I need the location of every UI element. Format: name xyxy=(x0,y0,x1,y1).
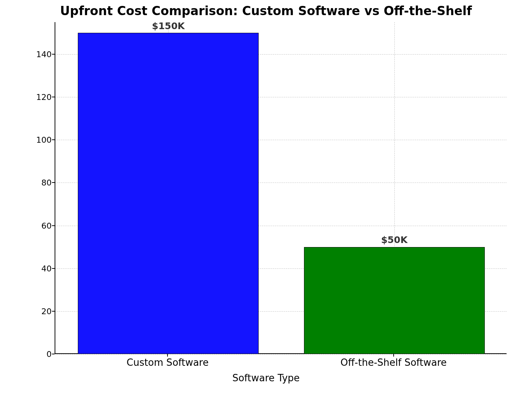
y-tick-label: 60 xyxy=(30,221,52,230)
y-tick-label: 100 xyxy=(30,135,52,145)
bar-label-ots: $50K xyxy=(381,235,408,245)
bar-custom-software xyxy=(78,33,259,354)
y-tick-label: 0 xyxy=(30,350,52,359)
tick-mark xyxy=(52,139,55,140)
tick-mark xyxy=(167,354,168,357)
tick-mark xyxy=(52,354,55,354)
grid-line xyxy=(55,354,507,354)
y-tick-label: 40 xyxy=(30,264,52,273)
bar-off-the-shelf-software xyxy=(304,247,485,354)
tick-mark xyxy=(52,97,55,97)
y-tick-label: 80 xyxy=(30,178,52,187)
chart-title: Upfront Cost Comparison: Custom Software… xyxy=(0,4,532,18)
bar-label-custom: $150K xyxy=(152,21,185,31)
y-tick-label: 120 xyxy=(30,93,52,102)
tick-mark xyxy=(52,311,55,312)
tick-mark xyxy=(393,354,394,357)
y-tick-label: 20 xyxy=(30,306,52,316)
chart-container: Upfront Cost Comparison: Custom Software… xyxy=(0,0,532,406)
x-axis-label: Software Type xyxy=(0,372,532,384)
tick-mark xyxy=(52,182,55,183)
tick-mark xyxy=(52,225,55,226)
x-tick-label: Off-the-Shelf Software xyxy=(341,357,447,368)
y-tick-label: 140 xyxy=(30,50,52,59)
x-tick-label: Custom Software xyxy=(127,357,209,368)
tick-mark xyxy=(52,268,55,269)
plot-area: $150K $50K xyxy=(55,22,507,354)
tick-mark xyxy=(52,54,55,55)
